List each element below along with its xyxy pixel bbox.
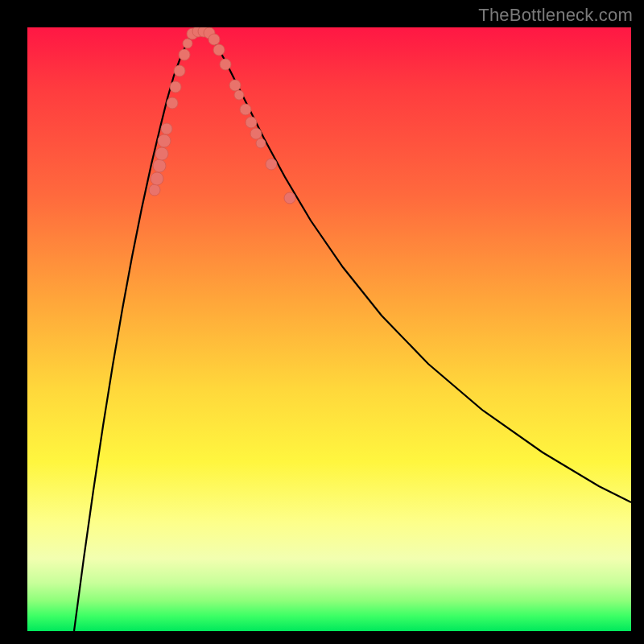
sample-dot	[155, 147, 168, 160]
sample-dot	[183, 39, 192, 48]
watermark-text: TheBottleneck.com	[478, 5, 633, 26]
right-branch-curve	[206, 32, 631, 502]
chart-frame: TheBottleneck.com	[0, 0, 644, 644]
sample-dot	[220, 59, 231, 70]
sample-dots	[149, 27, 295, 204]
sample-dot	[229, 80, 241, 91]
plot-area	[27, 27, 631, 631]
sample-dot	[179, 49, 190, 60]
sample-dot	[213, 44, 225, 56]
sample-dot	[149, 184, 160, 196]
sample-dot	[170, 81, 181, 93]
sample-dot	[284, 192, 295, 204]
sample-dot	[266, 159, 277, 170]
left-branch-curve	[74, 32, 195, 631]
curve-layer	[27, 27, 631, 631]
sample-dot	[174, 65, 185, 76]
sample-dot	[158, 134, 171, 147]
sample-dot	[234, 90, 244, 100]
sample-dot	[250, 128, 262, 139]
sample-dot	[256, 138, 266, 148]
sample-dot	[246, 117, 257, 128]
sample-dot	[161, 123, 172, 134]
sample-dot	[151, 172, 163, 185]
sample-dot	[208, 34, 220, 45]
sample-dot	[167, 97, 178, 109]
sample-dot	[153, 159, 166, 172]
sample-dot	[240, 104, 251, 115]
